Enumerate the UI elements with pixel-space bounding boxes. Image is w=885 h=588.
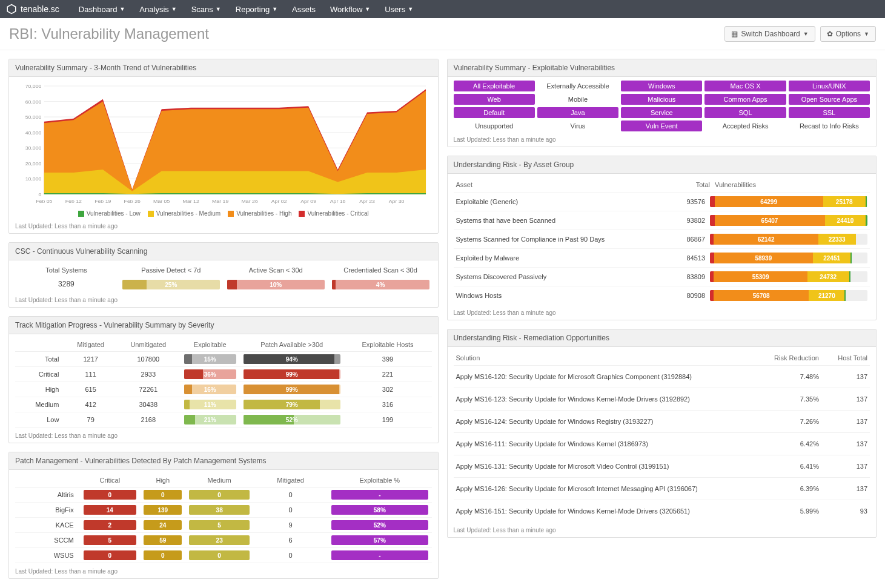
csc-total-systems[interactable]: 3289 — [15, 277, 118, 292]
exploitable-cell[interactable]: Recast to Info Risks — [789, 121, 870, 131]
exploitable-cell[interactable]: Web — [454, 94, 535, 105]
options-button[interactable]: ✿ Options ▼ — [820, 26, 876, 42]
svg-text:0: 0 — [39, 191, 42, 197]
last-updated: Last Updated: Less than a minute ago — [9, 220, 438, 233]
col-header: Total — [674, 181, 710, 188]
exploitable-cell[interactable]: Mac OS X — [704, 81, 786, 91]
col-header: Patch Available >30d — [240, 338, 344, 352]
table-row[interactable]: Medium4123043811%79%316 — [15, 397, 432, 412]
table-row[interactable]: BigFix1413938058% — [15, 503, 432, 518]
svg-text:Feb 19: Feb 19 — [94, 198, 111, 204]
last-updated: Last Updated: Less than a minute ago — [9, 566, 438, 578]
exploitable-cell[interactable]: Unsupported — [454, 121, 535, 131]
caret-down-icon: ▼ — [272, 6, 277, 12]
asset-group-row[interactable]: Exploitable (Generic)93576 6429925178 — [454, 192, 870, 211]
table-row[interactable]: Total121710780015%94%399 — [15, 352, 432, 367]
panel-title-mitigation: Track Mitigation Progress - Vulnerabilit… — [9, 317, 438, 334]
nav-analysis[interactable]: Analysis▼ — [132, 5, 184, 14]
col-header: Mitigated — [65, 338, 116, 352]
svg-text:Feb 26: Feb 26 — [124, 198, 141, 204]
col-header — [15, 338, 65, 352]
exploitable-cell[interactable]: All Exploitable — [454, 81, 535, 91]
col-header: Risk Reduction — [764, 354, 819, 362]
exploitable-cell[interactable]: Java — [537, 107, 618, 118]
col-header: Exploitable — [181, 338, 240, 352]
legend-item: Vulnerabilities - Critical — [299, 210, 368, 217]
svg-text:50,000: 50,000 — [25, 114, 42, 120]
csc-bar[interactable]: 25% — [120, 277, 222, 292]
exploitable-cell[interactable]: Service — [621, 107, 702, 118]
asset-group-row[interactable]: Systems that have been Scanned93802 6540… — [454, 211, 870, 230]
csc-header: Total Systems — [15, 264, 118, 276]
exploitable-cell[interactable]: Windows — [621, 81, 702, 91]
page-header: RBI: Vulnerability Management ▦ Switch D… — [0, 18, 885, 50]
exploitable-cell[interactable]: Virus — [537, 121, 618, 131]
table-row[interactable]: KACE2245952% — [15, 518, 432, 533]
table-row[interactable]: SCCM55923657% — [15, 533, 432, 548]
grid-icon: ▦ — [731, 30, 738, 38]
table-row[interactable]: High6157226116%99%302 — [15, 382, 432, 397]
col-header: Host Total — [819, 354, 867, 362]
remediation-row[interactable]: Apply MS16-123: Security Update for Wind… — [454, 388, 870, 410]
exploitable-cell[interactable]: SSL — [789, 107, 870, 118]
exploitable-cell[interactable]: Open Source Apps — [789, 94, 870, 105]
last-updated: Last Updated: Less than a minute ago — [448, 307, 877, 320]
nav-users[interactable]: Users▼ — [377, 5, 420, 14]
caret-down-icon: ▼ — [803, 31, 809, 37]
page-title: RBI: Vulnerability Management — [9, 25, 209, 42]
csc-bar[interactable]: 4% — [330, 277, 432, 292]
nav-workflow[interactable]: Workflow▼ — [323, 5, 377, 14]
col-header: Asset — [456, 181, 674, 188]
exploitable-cell[interactable]: Mobile — [537, 94, 618, 105]
trend-chart[interactable]: 010,00020,00030,00040,00050,00060,00070,… — [15, 81, 432, 208]
remediation-row[interactable]: Apply MS16-111: Security Update for Wind… — [454, 432, 870, 455]
table-row[interactable]: Low79216821%52%199 — [15, 412, 432, 428]
last-updated: Last Updated: Less than a minute ago — [448, 524, 877, 537]
caret-down-icon: ▼ — [171, 6, 177, 12]
legend-item: Vulnerabilities - High — [228, 210, 291, 217]
table-row[interactable]: Altiris0000- — [15, 487, 432, 503]
svg-text:Apr 30: Apr 30 — [389, 198, 405, 204]
exploitable-cell[interactable]: SQL — [704, 107, 786, 118]
brand[interactable]: tenable.sc — [6, 4, 59, 15]
svg-text:20,000: 20,000 — [25, 160, 42, 167]
nav-reporting[interactable]: Reporting▼ — [228, 5, 285, 14]
panel-remediation: Understanding Risk - Remediation Opportu… — [447, 329, 877, 538]
caret-down-icon: ▼ — [216, 6, 221, 12]
asset-group-row[interactable]: Exploited by Malware84513 5893922451 — [454, 248, 870, 267]
nav-dashboard[interactable]: Dashboard▼ — [71, 5, 133, 14]
svg-text:10,000: 10,000 — [25, 176, 42, 182]
exploitable-cell[interactable]: Malicious — [621, 94, 702, 105]
col-header: Solution — [456, 354, 765, 362]
exploitable-cell[interactable]: Common Apps — [704, 94, 786, 105]
remediation-row[interactable]: Apply MS16-131: Security Update for Micr… — [454, 455, 870, 477]
asset-group-row[interactable]: Systems Scanned for Compliance in Past 9… — [454, 230, 870, 248]
col-header: High — [140, 474, 185, 487]
legend-item: Vulnerabilities - Low — [78, 210, 141, 217]
mitigation-table: MitigatedUnmitigatedExploitablePatch Ava… — [15, 338, 432, 428]
svg-text:Apr 16: Apr 16 — [330, 198, 346, 204]
svg-text:Apr 23: Apr 23 — [359, 198, 375, 204]
table-row[interactable]: Critical111293336%99%221 — [15, 367, 432, 382]
switch-dashboard-button[interactable]: ▦ Switch Dashboard ▼ — [724, 26, 815, 42]
remediation-row[interactable]: Apply MS16-124: Security Update for Wind… — [454, 410, 870, 432]
remediation-row[interactable]: Apply MS16-126: Security Update for Micr… — [454, 477, 870, 500]
caret-down-icon: ▼ — [408, 6, 413, 12]
svg-text:Feb 12: Feb 12 — [65, 198, 82, 204]
svg-text:Apr 02: Apr 02 — [271, 198, 287, 204]
remediation-row[interactable]: Apply MS16-151: Security Update for Wind… — [454, 500, 870, 522]
asset-group-row[interactable]: Windows Hosts80908 5670821270 — [454, 286, 870, 305]
table-row[interactable]: WSUS0000- — [15, 548, 432, 563]
nav-scans[interactable]: Scans▼ — [184, 5, 228, 14]
remediation-row[interactable]: Apply MS16-120: Security Update for Micr… — [454, 365, 870, 388]
caret-down-icon: ▼ — [864, 31, 869, 37]
exploitable-cell[interactable]: Accepted Risks — [704, 121, 786, 131]
asset-group-row[interactable]: Systems Discovered Passively83809 553092… — [454, 267, 870, 286]
exploitable-cell[interactable]: Externally Accessible — [537, 81, 618, 91]
exploitable-cell[interactable]: Linux/UNIX — [789, 81, 870, 91]
csc-bar[interactable]: 10% — [225, 277, 327, 292]
exploitable-cell[interactable]: Vuln Event — [621, 121, 702, 131]
exploitable-cell[interactable]: Default — [454, 107, 535, 118]
nav-assets[interactable]: Assets — [285, 5, 323, 14]
panel-patch: Patch Management - Vulnerabilities Detec… — [8, 452, 439, 579]
